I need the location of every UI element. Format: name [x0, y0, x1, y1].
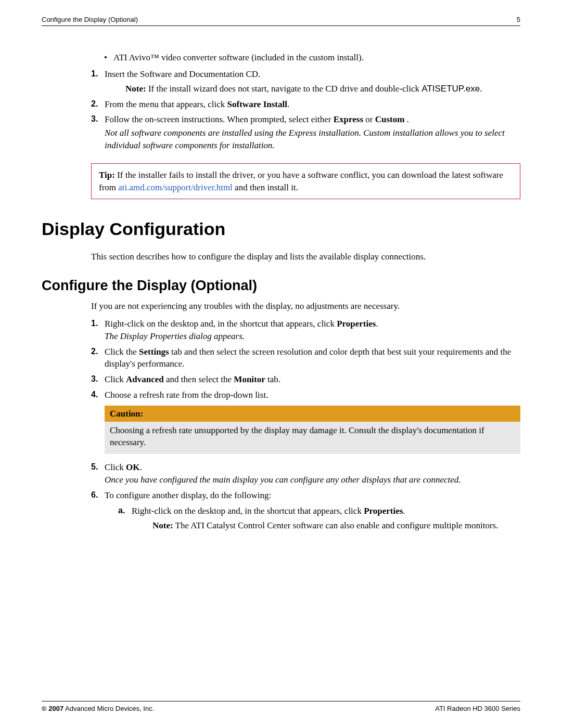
config-step-4: 4. Choose a refresh rate from the drop-d…	[91, 389, 520, 458]
step-text: Insert the Software and Documentation CD…	[105, 69, 260, 79]
step-3-note: Not all software components are installe…	[105, 127, 520, 152]
step-text-a: Click the	[105, 347, 139, 357]
footer-company: Advanced Micro Devices, Inc.	[63, 705, 154, 712]
section-heading: Display Configuration	[42, 219, 520, 239]
step-5-note: Once you have configured the main displa…	[105, 474, 520, 486]
step-text-a: From the menu that appears, click	[105, 99, 227, 109]
step-marker: 1.	[91, 68, 105, 95]
note-filename: ATISETUP.exe	[422, 84, 480, 94]
note-text: The ATI Catalyst Control Center software…	[175, 521, 499, 530]
step-text-d: Monitor	[234, 374, 265, 384]
config-step-3: 3. Click Advanced and then select the Mo…	[91, 373, 520, 386]
step-1-note: Note: If the install wizard does not sta…	[125, 83, 520, 95]
substep-text-b: Properties	[364, 506, 403, 516]
step-marker: 3.	[91, 113, 105, 151]
step-text: Choose a refresh rate from the drop-down…	[105, 390, 268, 400]
step-marker: 5.	[91, 461, 105, 486]
step-text-b: OK	[126, 462, 139, 472]
note-text: If the install wizard does not start, na…	[148, 84, 422, 94]
bullet-item: • ATI Avivo™ video converter software (i…	[104, 52, 520, 64]
step-marker: 2.	[91, 98, 105, 111]
section-paragraph: This section describes how to configure …	[91, 251, 520, 263]
step-text-a: Right-click on the desktop and, in the s…	[105, 319, 337, 329]
header-left: Configure the Display (Optional)	[42, 16, 138, 23]
step-text-c: or	[363, 114, 375, 124]
step-text-d: Custom	[375, 114, 405, 124]
step-text-c: .	[376, 319, 378, 329]
bullet-mark: •	[104, 52, 113, 64]
footer-left: © 2007 Advanced Micro Devices, Inc.	[42, 705, 154, 712]
step-text-e: tab.	[265, 374, 280, 384]
footer-copyright: © 2007	[42, 705, 63, 712]
bullet-text: ATI Avivo™ video converter software (inc…	[113, 52, 364, 64]
step-text: To configure another display, do the fol…	[105, 490, 271, 500]
note-label: Note:	[125, 84, 146, 94]
subsection-paragraph: If you are not experiencing any troubles…	[91, 300, 520, 313]
step-text-a: Click	[105, 462, 126, 472]
step-marker: 2.	[91, 346, 105, 371]
step-text-b: Express	[334, 114, 363, 124]
step-marker: 6.	[91, 489, 105, 531]
page-content: • ATI Avivo™ video converter software (i…	[42, 26, 520, 531]
step-1-note: The Display Properties dialog appears.	[105, 330, 520, 343]
footer-right: ATI Radeon HD 3600 Series	[435, 705, 520, 712]
step-text-b: Settings	[139, 347, 169, 357]
step-text-a: Click	[105, 374, 126, 384]
step-text-e: .	[404, 114, 409, 124]
tip-label: Tip:	[99, 170, 115, 180]
config-step-2: 2. Click the Settings tab and then selec…	[91, 346, 520, 371]
subsection-heading: Configure the Display (Optional)	[42, 278, 520, 294]
header-page-number: 5	[517, 16, 520, 23]
note-label: Note:	[152, 521, 173, 530]
substep-text-a: Right-click on the desktop and, in the s…	[132, 506, 364, 516]
step-marker: 4.	[91, 389, 105, 458]
config-step-6: 6. To configure another display, do the …	[91, 489, 520, 531]
step-text-b: Software Install	[227, 99, 287, 109]
step-text-b: Properties	[337, 319, 376, 329]
substep-marker: a.	[118, 505, 132, 532]
config-step-5: 5. Click OK. Once you have configured th…	[91, 461, 520, 486]
step-text-c: .	[287, 99, 289, 109]
step-text-c: .	[140, 462, 142, 472]
step-text-c: and then select the	[164, 374, 234, 384]
tip-text-2: and then install it.	[233, 183, 298, 192]
step-text-a: Follow the on-screen instructions. When …	[105, 114, 334, 124]
substep-a: a. Right-click on the desktop and, in th…	[118, 505, 520, 532]
step-marker: 1.	[91, 318, 105, 343]
config-step-1: 1. Right-click on the desktop and, in th…	[91, 318, 520, 343]
install-step-1: 1. Insert the Software and Documentation…	[91, 68, 520, 95]
caution-label: Caution:	[105, 406, 520, 422]
step-marker: 3.	[91, 373, 105, 386]
caution-body: Choosing a refresh rate unsupported by t…	[105, 422, 520, 454]
step-text-b: Advanced	[126, 374, 164, 384]
page-header: Configure the Display (Optional) 5	[42, 16, 520, 26]
install-step-3: 3. Follow the on-screen instructions. Wh…	[91, 113, 520, 151]
note-tail: .	[480, 84, 482, 94]
caution-box: Caution: Choosing a refresh rate unsuppo…	[105, 406, 520, 454]
page-footer: © 2007 Advanced Micro Devices, Inc. ATI …	[42, 701, 520, 712]
tip-link[interactable]: ati.amd.com/support/driver.html	[118, 183, 233, 192]
substep-a-note: Note: The ATI Catalyst Control Center so…	[152, 519, 520, 532]
install-step-2: 2. From the menu that appears, click Sof…	[91, 98, 520, 111]
substep-text-c: .	[403, 506, 405, 516]
tip-box: Tip: If the installer fails to install t…	[91, 163, 520, 200]
